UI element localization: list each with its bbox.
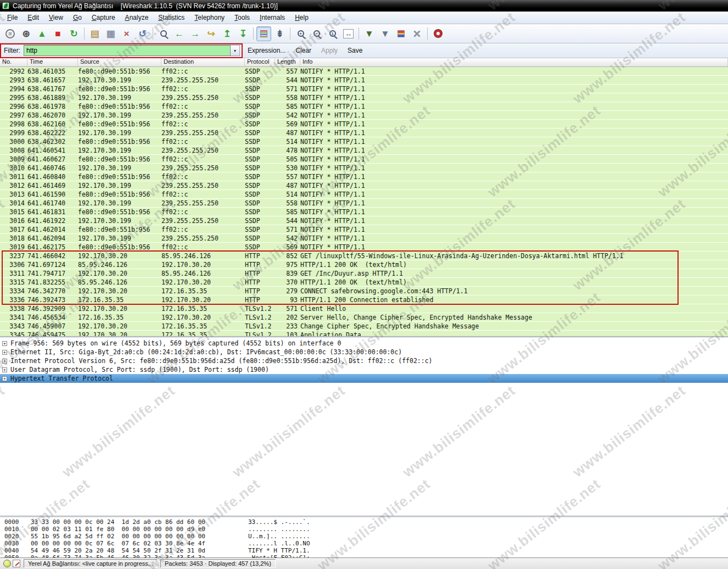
packet-row[interactable]: 2997638.462070192.170.30.199239.255.255.… bbox=[0, 111, 728, 120]
display-filters-icon-button[interactable]: ▼ bbox=[378, 26, 393, 41]
zoom-in-icon-button[interactable]: + bbox=[293, 26, 308, 41]
packet-row[interactable]: 3017641.462014fe80::d9e0:551b:956ff02::c… bbox=[0, 225, 728, 234]
expander-icon[interactable]: + bbox=[2, 367, 7, 372]
packet-row[interactable]: 3334746.342770192.170.30.20172.16.35.35H… bbox=[0, 287, 728, 295]
packet-info-cell: NOTIFY * HTTP/1.1 bbox=[300, 226, 728, 233]
packet-row[interactable]: 3015641.461831fe80::d9e0:551b:956ff02::c… bbox=[0, 208, 728, 216]
packet-row[interactable]: 3012641.461469192.170.30.199239.255.255.… bbox=[0, 181, 728, 190]
packet-row[interactable]: 3011641.460840fe80::d9e0:551b:956ff02::c… bbox=[0, 172, 728, 181]
start-capture-icon-button[interactable]: ▲ bbox=[35, 26, 49, 41]
menu-file[interactable]: File bbox=[2, 12, 23, 23]
packet-row[interactable]: 2994638.461767fe80::d9e0:551b:956ff02::c… bbox=[0, 85, 728, 93]
go-forward-icon-button[interactable]: → bbox=[188, 26, 203, 41]
menu-edit[interactable]: Edit bbox=[23, 12, 44, 23]
packet-row[interactable]: 3311741.794717192.170.30.2085.95.246.126… bbox=[0, 269, 728, 278]
packet-row[interactable]: 3237741.466042192.170.30.2085.95.246.126… bbox=[0, 252, 728, 260]
packet-row[interactable]: 2996638.461978fe80::d9e0:551b:956ff02::c… bbox=[0, 102, 728, 111]
packet-row[interactable]: 3341746.456534172.16.35.35192.170.30.20T… bbox=[0, 313, 728, 322]
capture-options-icon-button[interactable]: ⊛ bbox=[19, 26, 33, 41]
filter-input[interactable] bbox=[24, 45, 231, 56]
packet-row[interactable]: 3009641.460627fe80::d9e0:551b:956ff02::c… bbox=[0, 155, 728, 164]
expander-icon[interactable]: + bbox=[2, 359, 7, 364]
column-header-length[interactable]: Length bbox=[275, 58, 300, 66]
colorize-list-icon-button[interactable] bbox=[256, 26, 271, 41]
column-header-info[interactable]: Info bbox=[300, 58, 728, 66]
close-capture-icon-button[interactable]: × bbox=[119, 26, 134, 41]
menu-telephony[interactable]: Telephony bbox=[189, 12, 229, 23]
capture-comment-icon[interactable] bbox=[13, 560, 20, 567]
filter-dropdown-arrow[interactable]: ▼ bbox=[231, 45, 240, 56]
packet-source-cell: 192.170.30.199 bbox=[78, 217, 161, 225]
capture-filters-icon-button[interactable]: ▼ bbox=[362, 26, 377, 41]
packet-row[interactable]: 3013641.461590fe80::d9e0:551b:956ff02::c… bbox=[0, 190, 728, 199]
menu-statistics[interactable]: Statistics bbox=[153, 12, 189, 23]
go-back-icon-button[interactable]: ← bbox=[172, 26, 187, 41]
packet-row[interactable]: 3000638.462302fe80::d9e0:551b:956ff02::c… bbox=[0, 137, 728, 146]
packet-source-cell: fe80::d9e0:551b:956 bbox=[78, 120, 161, 128]
detail-row[interactable]: +Internet Protocol Version 6, Src: fe80:… bbox=[0, 356, 728, 365]
expert-info-icon[interactable] bbox=[3, 560, 11, 567]
menu-go[interactable]: Go bbox=[68, 12, 87, 23]
go-top-icon-button[interactable]: ↥ bbox=[220, 26, 234, 41]
reload-capture-icon-button[interactable]: ↺ bbox=[135, 26, 150, 41]
packet-row[interactable]: 3338746.392909192.170.30.20172.16.35.35T… bbox=[0, 304, 728, 313]
packet-info-cell: NOTIFY * HTTP/1.1 bbox=[300, 208, 728, 216]
column-header-time[interactable]: Time bbox=[27, 58, 78, 66]
packet-row[interactable]: 2999638.462222192.170.30.199239.255.255.… bbox=[0, 129, 728, 137]
packet-row[interactable]: 2998638.462160fe80::d9e0:551b:956ff02::c… bbox=[0, 120, 728, 129]
packet-row[interactable]: 3018641.462094192.170.30.199239.255.255.… bbox=[0, 234, 728, 243]
save-capture-icon-button[interactable]: ▦ bbox=[103, 26, 118, 41]
packet-row[interactable]: 3010641.460746192.170.30.199239.255.255.… bbox=[0, 164, 728, 172]
restart-capture-icon-button[interactable]: ↻ bbox=[66, 26, 81, 41]
expression-button[interactable]: Expression... bbox=[248, 47, 285, 54]
coloring-rules-icon-button[interactable] bbox=[394, 26, 408, 41]
detail-row[interactable]: +User Datagram Protocol, Src Port: ssdp … bbox=[0, 365, 728, 374]
packet-destination-cell: 239.255.255.250 bbox=[161, 182, 245, 189]
expander-icon[interactable]: + bbox=[2, 350, 7, 355]
packet-no-cell: 2997 bbox=[0, 111, 27, 119]
menu-internals[interactable]: Internals bbox=[255, 12, 290, 23]
packet-row[interactable]: 3306741.69712485.95.246.126192.170.30.20… bbox=[0, 260, 728, 269]
menu-tools[interactable]: Tools bbox=[229, 12, 255, 23]
packet-row[interactable]: 3008641.460541192.170.30.199239.255.255.… bbox=[0, 146, 728, 155]
column-header-protocol[interactable]: Protocol bbox=[245, 58, 275, 66]
open-capture-icon-button[interactable]: ▤ bbox=[87, 26, 102, 41]
help-icon-button[interactable] bbox=[430, 26, 445, 41]
zoom-out-icon-button[interactable]: − bbox=[309, 26, 324, 41]
menu-help[interactable]: Help bbox=[290, 12, 313, 23]
menu-analyze[interactable]: Analyze bbox=[120, 12, 154, 23]
detail-row[interactable]: +Frame 956: 569 bytes on wire (4552 bits… bbox=[0, 339, 728, 348]
column-header-source[interactable]: Source bbox=[78, 58, 161, 66]
packet-row[interactable]: 2993638.461657192.170.30.199239.255.255.… bbox=[0, 76, 728, 85]
packet-row[interactable]: 2995638.461889192.170.30.199239.255.255.… bbox=[0, 93, 728, 102]
stop-capture-icon-button[interactable]: ■ bbox=[51, 26, 65, 41]
resize-columns-icon-button[interactable]: ↔ bbox=[341, 26, 356, 41]
packet-row[interactable]: 3019641.462175fe80::d9e0:551b:956ff02::c… bbox=[0, 243, 728, 252]
packet-row[interactable]: 3014641.461740192.170.30.199239.255.255.… bbox=[0, 199, 728, 208]
packet-row[interactable]: 3336746.392473172.16.35.35192.170.30.20H… bbox=[0, 295, 728, 304]
list-interfaces-icon-button[interactable]: ≡ bbox=[3, 26, 18, 41]
menu-view[interactable]: View bbox=[44, 12, 68, 23]
expander-icon[interactable]: + bbox=[2, 376, 7, 381]
packet-row[interactable]: 3345746.459475192.170.30.20172.16.35.35T… bbox=[0, 331, 728, 336]
detail-row[interactable]: +Ethernet II, Src: Giga-Byt_2d:a0:cb (00… bbox=[0, 348, 728, 356]
save-button[interactable]: Save bbox=[348, 47, 362, 54]
packet-row[interactable]: 3016641.461922192.170.30.199239.255.255.… bbox=[0, 216, 728, 225]
column-header-destination[interactable]: Destination bbox=[161, 58, 245, 66]
column-header-no[interactable]: No. bbox=[0, 58, 27, 66]
packet-row[interactable]: 3315741.83225585.95.246.126192.170.30.20… bbox=[0, 278, 728, 287]
go-to-packet-icon-button[interactable]: ↪ bbox=[204, 26, 219, 41]
packet-row[interactable]: 3343746.459007192.170.30.20172.16.35.35T… bbox=[0, 322, 728, 331]
apply-button[interactable]: Apply bbox=[321, 47, 338, 54]
find-packet-icon-button[interactable] bbox=[156, 26, 171, 41]
packet-no-cell: 3009 bbox=[0, 155, 27, 163]
menu-capture[interactable]: Capture bbox=[87, 12, 120, 23]
zoom-100-icon-button[interactable]: 1 bbox=[325, 26, 340, 41]
go-bottom-icon-button[interactable]: ↧ bbox=[236, 26, 250, 41]
detail-row[interactable]: +Hypertext Transfer Protocol bbox=[0, 374, 728, 383]
expander-icon[interactable]: + bbox=[2, 341, 7, 346]
clear-button[interactable]: Clear bbox=[295, 47, 311, 54]
auto-scroll-icon-button[interactable]: ⇟ bbox=[272, 26, 287, 41]
packet-row[interactable]: 2992638.461035fe80::d9e0:551b:956ff02::c… bbox=[0, 67, 728, 76]
preferences-icon-button[interactable] bbox=[410, 26, 424, 41]
